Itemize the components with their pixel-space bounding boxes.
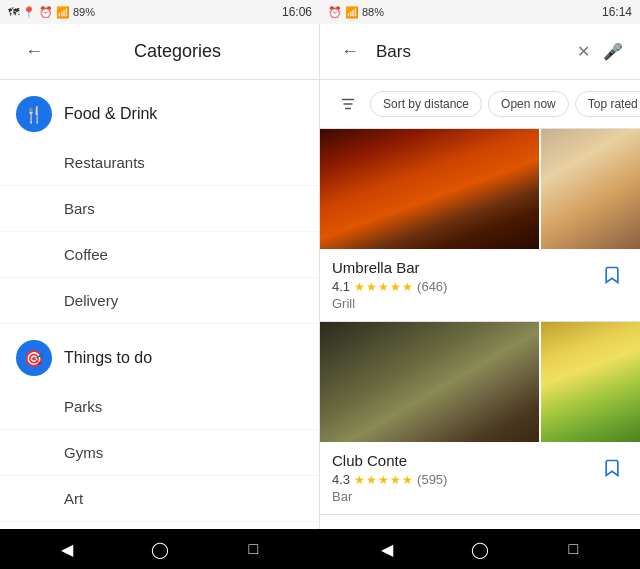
bottom-nav-right: ◀ ◯ □ (320, 529, 640, 569)
star-c3: ★ (378, 473, 389, 487)
filter-sort-distance-label: Sort by distance (383, 97, 469, 111)
search-back-button[interactable]: ← (332, 34, 368, 70)
bottom-bars: ◀ ◯ □ ◀ ◯ □ (0, 529, 640, 569)
club-conte-details: Club Conte 4.3 ★ ★ ★ ★ ★ (595) (332, 452, 588, 504)
star-2: ★ (366, 280, 377, 294)
club-conte-name: Club Conte (332, 452, 588, 469)
home-nav-button-right[interactable]: ◯ (466, 535, 494, 563)
categories-title: Categories (52, 41, 303, 62)
umbrella-bar-rating-num: 4.1 (332, 279, 350, 294)
categories-header: ← Categories (0, 24, 319, 80)
status-bars: 🗺 📍 ⏰ 📶 89% 16:06 ⏰ 📶 88% 16:14 (0, 0, 640, 24)
search-panel: ← Bars ✕ 🎤 Sort by distance Open now (320, 24, 640, 529)
food-drink-icon: 🍴 (16, 96, 52, 132)
things-to-do-title: Things to do (64, 349, 152, 367)
food-drink-section: 🍴 Food & Drink Restaurants Bars Coffee D… (0, 80, 319, 324)
club-conte-stars: ★ ★ ★ ★ ★ (354, 473, 413, 487)
category-item-delivery[interactable]: Delivery (0, 278, 319, 324)
place-card-umbrella-bar[interactable]: Umbrella Bar 4.1 ★ ★ ★ ★ ★ (646) (320, 129, 640, 322)
food-drink-header: 🍴 Food & Drink (0, 80, 319, 140)
category-item-parks[interactable]: Parks (0, 384, 319, 430)
alarm-icon: ⏰ (39, 6, 53, 19)
left-time: 16:06 (282, 5, 312, 19)
search-input-container: Bars ✕ 🎤 (376, 37, 628, 67)
location-icon: 📍 (22, 6, 36, 19)
umbrella-bar-bookmark-button[interactable] (596, 259, 628, 291)
club-conte-side-image (541, 322, 640, 442)
star-c4: ★ (390, 473, 401, 487)
categories-back-button[interactable]: ← (16, 34, 52, 70)
things-to-do-icon: 🎯 (16, 340, 52, 376)
filter-chip-open-now[interactable]: Open now (488, 91, 569, 117)
search-query-text[interactable]: Bars (376, 42, 568, 62)
star-half: ★ (402, 280, 413, 294)
umbrella-bar-main-image (320, 129, 539, 249)
back-nav-button-left[interactable]: ◀ (53, 535, 81, 563)
filter-chip-top-rated[interactable]: Top rated (575, 91, 640, 117)
star-3: ★ (378, 280, 389, 294)
umbrella-bar-images (320, 129, 640, 249)
club-conte-bookmark-button[interactable] (596, 452, 628, 484)
filter-options-button[interactable] (332, 88, 364, 120)
club-conte-images (320, 322, 640, 442)
category-item-attractions[interactable]: Attractions (0, 522, 319, 529)
umbrella-bar-rating-row: 4.1 ★ ★ ★ ★ ★ (646) (332, 279, 588, 294)
things-to-do-section: 🎯 Things to do Parks Gyms Art Attraction… (0, 324, 319, 529)
club-conte-rating-row: 4.3 ★ ★ ★ ★ ★ (595) (332, 472, 588, 487)
recents-nav-button-right[interactable]: □ (559, 535, 587, 563)
star-4: ★ (390, 280, 401, 294)
main-container: ← Categories 🍴 Food & Drink Restaurants … (0, 24, 640, 529)
status-bar-left: 🗺 📍 ⏰ 📶 89% 16:06 (0, 0, 320, 24)
club-conte-type: Bar (332, 489, 588, 504)
star-c2: ★ (366, 473, 377, 487)
umbrella-bar-type: Grill (332, 296, 588, 311)
category-item-restaurants[interactable]: Restaurants (0, 140, 319, 186)
star-1: ★ (354, 280, 365, 294)
umbrella-bar-stars: ★ ★ ★ ★ ★ (354, 280, 413, 294)
star-c1: ★ (354, 473, 365, 487)
club-conte-rating-num: 4.3 (332, 472, 350, 487)
right-time: 16:14 (602, 5, 632, 19)
place-card-club-conte[interactable]: Club Conte 4.3 ★ ★ ★ ★ ★ (595) (320, 322, 640, 515)
battery-right: 88% (362, 6, 384, 18)
club-conte-info: Club Conte 4.3 ★ ★ ★ ★ ★ (595) (320, 442, 640, 514)
category-item-art[interactable]: Art (0, 476, 319, 522)
search-header: ← Bars ✕ 🎤 (320, 24, 640, 80)
umbrella-bar-name: Umbrella Bar (332, 259, 588, 276)
results-container: Umbrella Bar 4.1 ★ ★ ★ ★ ★ (646) (320, 129, 640, 529)
categories-panel: ← Categories 🍴 Food & Drink Restaurants … (0, 24, 320, 529)
umbrella-bar-side-image (541, 129, 640, 249)
filter-bar: Sort by distance Open now Top rated (320, 80, 640, 129)
google-maps-icon: 🗺 (8, 6, 19, 18)
food-drink-title: Food & Drink (64, 105, 157, 123)
category-item-gyms[interactable]: Gyms (0, 430, 319, 476)
filter-open-now-label: Open now (501, 97, 556, 111)
wifi-icon: 📶 (56, 6, 70, 19)
search-mic-button[interactable]: 🎤 (598, 37, 628, 67)
search-clear-button[interactable]: ✕ (568, 37, 598, 67)
umbrella-bar-info: Umbrella Bar 4.1 ★ ★ ★ ★ ★ (646) (320, 249, 640, 321)
filter-chip-sort-distance[interactable]: Sort by distance (370, 91, 482, 117)
umbrella-bar-review-count: (646) (417, 279, 447, 294)
left-status-icons: 🗺 📍 ⏰ 📶 89% (8, 6, 95, 19)
club-conte-main-image (320, 322, 539, 442)
filter-top-rated-label: Top rated (588, 97, 638, 111)
category-item-coffee[interactable]: Coffee (0, 232, 319, 278)
recents-nav-button-left[interactable]: □ (239, 535, 267, 563)
battery-left: 89% (73, 6, 95, 18)
category-item-bars[interactable]: Bars (0, 186, 319, 232)
right-status-icons: ⏰ 📶 88% (328, 6, 384, 19)
star-c-half: ★ (402, 473, 413, 487)
wifi-icon-right: 📶 (345, 6, 359, 19)
club-conte-review-count: (595) (417, 472, 447, 487)
status-bar-right: ⏰ 📶 88% 16:14 (320, 0, 640, 24)
alarm-icon-right: ⏰ (328, 6, 342, 19)
bottom-nav-left: ◀ ◯ □ (0, 529, 320, 569)
things-to-do-header: 🎯 Things to do (0, 324, 319, 384)
umbrella-bar-details: Umbrella Bar 4.1 ★ ★ ★ ★ ★ (646) (332, 259, 588, 311)
home-nav-button-left[interactable]: ◯ (146, 535, 174, 563)
back-nav-button-right[interactable]: ◀ (373, 535, 401, 563)
